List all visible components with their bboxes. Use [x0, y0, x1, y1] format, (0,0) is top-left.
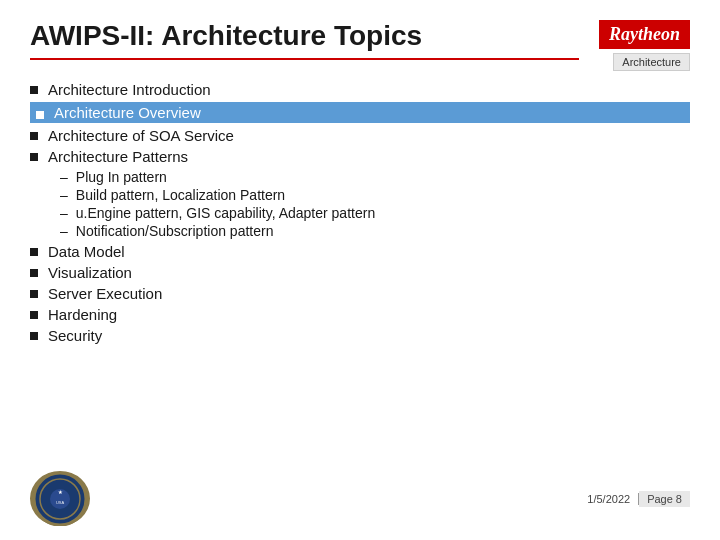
bullet-icon — [36, 111, 44, 119]
list-item: – Notification/Subscription pattern — [60, 223, 690, 239]
seal-svg: ★ USA — [33, 472, 87, 526]
dash-icon: – — [60, 169, 68, 185]
list-item: Data Model — [30, 243, 690, 260]
sub-bullet-text: Build pattern, Localization Pattern — [76, 187, 285, 203]
footer-date: 1/5/2022 — [587, 493, 639, 505]
bullet-icon — [30, 311, 38, 319]
sub-bullet-text: Plug In pattern — [76, 169, 167, 185]
list-item: Security — [30, 327, 690, 344]
sub-bullet-text: Notification/Subscription pattern — [76, 223, 274, 239]
bullet-text: Visualization — [48, 264, 132, 281]
list-item: – Plug In pattern — [60, 169, 690, 185]
sub-bullet-text: u.Engine pattern, GIS capability, Adapte… — [76, 205, 375, 221]
seal-logo: ★ USA — [30, 471, 90, 526]
list-item: Architecture Introduction — [30, 81, 690, 98]
title-area: AWIPS-II: Architecture Topics — [30, 20, 579, 60]
slide-header: AWIPS-II: Architecture Topics Raytheon A… — [30, 20, 690, 71]
bullet-text: Architecture Overview — [54, 104, 201, 121]
list-item: Architecture of SOA Service — [30, 127, 690, 144]
dash-icon: – — [60, 223, 68, 239]
main-bullet-list: Architecture Introduction Architecture O… — [30, 81, 690, 165]
highlighted-item: Architecture Overview — [30, 102, 690, 123]
bullet-icon — [30, 290, 38, 298]
bullet-text: Architecture of SOA Service — [48, 127, 234, 144]
bullet-text: Architecture Patterns — [48, 148, 188, 165]
dash-icon: – — [60, 205, 68, 221]
raytheon-logo: Raytheon — [599, 20, 690, 49]
bullet-icon — [30, 86, 38, 94]
slide-footer: ★ USA 1/5/2022 Page 8 — [30, 471, 690, 526]
logo-area: Raytheon Architecture — [599, 20, 690, 71]
bullet-text: Security — [48, 327, 102, 344]
bullet-icon — [30, 248, 38, 256]
bullet-text: Architecture Introduction — [48, 81, 211, 98]
list-item: Server Execution — [30, 285, 690, 302]
slide-title: AWIPS-II: Architecture Topics — [30, 20, 579, 60]
list-item: Architecture Overview — [30, 102, 690, 123]
architecture-badge: Architecture — [613, 53, 690, 71]
bullet-text: Server Execution — [48, 285, 162, 302]
svg-text:USA: USA — [56, 500, 65, 505]
list-item: Visualization — [30, 264, 690, 281]
list-item: Hardening — [30, 306, 690, 323]
bullet-text: Hardening — [48, 306, 117, 323]
slide: AWIPS-II: Architecture Topics Raytheon A… — [0, 0, 720, 540]
list-item: Architecture Patterns — [30, 148, 690, 165]
bullet-icon — [30, 153, 38, 161]
bullet-icon — [30, 332, 38, 340]
footer-page: Page 8 — [639, 491, 690, 507]
list-item: – u.Engine pattern, GIS capability, Adap… — [60, 205, 690, 221]
secondary-bullet-list: Data Model Visualization Server Executio… — [30, 243, 690, 344]
bullet-icon — [30, 269, 38, 277]
sub-bullet-list: – Plug In pattern – Build pattern, Local… — [60, 169, 690, 239]
dash-icon: – — [60, 187, 68, 203]
slide-content: Architecture Introduction Architecture O… — [30, 81, 690, 344]
bullet-icon — [30, 132, 38, 140]
list-item: – Build pattern, Localization Pattern — [60, 187, 690, 203]
bullet-text: Data Model — [48, 243, 125, 260]
footer-right: 1/5/2022 Page 8 — [587, 491, 690, 507]
